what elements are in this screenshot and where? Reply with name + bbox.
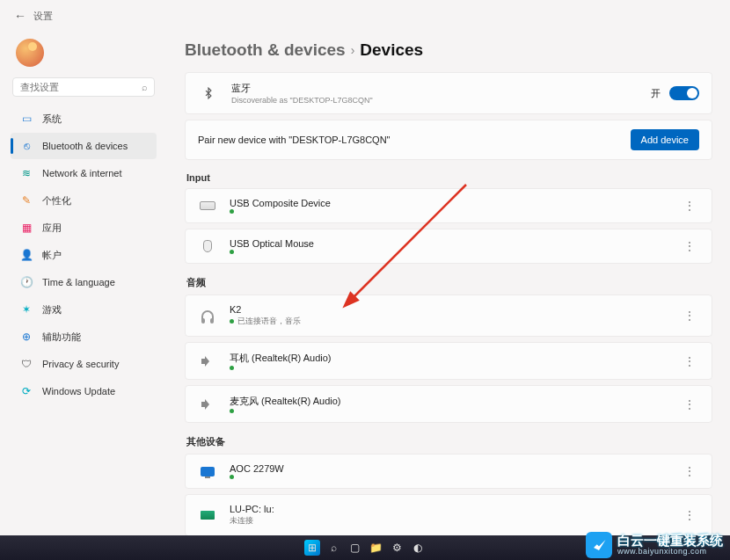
device-card[interactable]: USB Composite Device⋮ bbox=[185, 188, 712, 223]
device-card[interactable]: 麦克风 (Realtek(R) Audio)⋮ bbox=[185, 385, 712, 423]
chevron-right-icon: › bbox=[351, 43, 355, 57]
taskbar-taskview-icon[interactable]: ▢ bbox=[347, 540, 362, 556]
add-device-button[interactable]: Add device bbox=[631, 129, 699, 150]
sidebar: ⌕ ▭系统⎋Bluetooth & devices≋Network & inte… bbox=[0, 32, 167, 560]
device-status: 已连接语音，音乐 bbox=[230, 316, 680, 327]
device-status bbox=[230, 366, 680, 370]
more-options-icon[interactable]: ⋮ bbox=[680, 397, 699, 411]
breadcrumb-current: Devices bbox=[360, 40, 423, 60]
more-options-icon[interactable]: ⋮ bbox=[680, 309, 699, 323]
device-name: USB Composite Device bbox=[230, 198, 680, 208]
section-label: 音频 bbox=[186, 276, 712, 289]
pair-device-card: Pair new device with "DESKTOP-L7G8CQN" A… bbox=[185, 120, 712, 160]
sidebar-item-label: 帐户 bbox=[42, 249, 62, 262]
sidebar-item-windows-update[interactable]: ⟳Windows Update bbox=[11, 378, 157, 404]
sidebar-item--[interactable]: ▦应用 bbox=[11, 215, 157, 241]
watermark-url: www.baiyunxitong.com bbox=[617, 548, 723, 556]
search-icon: ⌕ bbox=[142, 82, 148, 92]
status-dot-icon bbox=[230, 366, 234, 370]
device-card[interactable]: K2已连接语音，音乐⋮ bbox=[185, 295, 712, 337]
keyboard-icon bbox=[198, 199, 217, 213]
section-label: Input bbox=[186, 172, 712, 183]
breadcrumb-parent[interactable]: Bluetooth & devices bbox=[185, 40, 346, 60]
toggle-label: 开 bbox=[651, 87, 661, 100]
speaker-icon bbox=[198, 397, 217, 411]
bluetooth-icon bbox=[198, 83, 219, 104]
pair-text: Pair new device with "DESKTOP-L7G8CQN" bbox=[198, 135, 631, 145]
sidebar-item--[interactable]: ✎个性化 bbox=[11, 187, 157, 214]
sidebar-item-label: 游戏 bbox=[42, 303, 62, 316]
accessibility-icon: ⊕ bbox=[19, 330, 33, 344]
section-label: 其他设备 bbox=[186, 435, 712, 448]
sidebar-item--[interactable]: ⊕辅助功能 bbox=[11, 324, 157, 350]
device-name: AOC 2279W bbox=[230, 463, 680, 474]
more-options-icon[interactable]: ⋮ bbox=[680, 354, 699, 368]
sidebar-item-label: 辅助功能 bbox=[42, 331, 81, 344]
device-card[interactable]: 耳机 (Realtek(R) Audio)⋮ bbox=[185, 342, 712, 380]
device-status bbox=[230, 250, 680, 254]
status-dot-icon bbox=[230, 209, 234, 214]
sidebar-item-label: Time & language bbox=[42, 277, 115, 287]
device-status bbox=[230, 209, 680, 214]
sidebar-item--[interactable]: ✶游戏 bbox=[11, 296, 157, 323]
sidebar-item-label: Windows Update bbox=[42, 386, 115, 396]
bluetooth-title: 蓝牙 bbox=[231, 82, 651, 95]
pc-icon bbox=[198, 508, 217, 522]
status-dot-icon bbox=[230, 475, 234, 479]
device-name: K2 bbox=[230, 304, 680, 315]
update-icon: ⟳ bbox=[19, 384, 33, 398]
wifi-icon: ≋ bbox=[19, 166, 33, 180]
window-header: ← 设置 bbox=[0, 0, 730, 32]
device-name: 耳机 (Realtek(R) Audio) bbox=[230, 352, 680, 365]
app-title: 设置 bbox=[33, 10, 53, 23]
person-icon: 👤 bbox=[19, 248, 33, 262]
sidebar-item-privacy-security[interactable]: 🛡Privacy & security bbox=[11, 351, 157, 377]
taskbar-explorer-icon[interactable]: 📁 bbox=[368, 540, 383, 556]
sidebar-item-label: 应用 bbox=[42, 222, 62, 235]
sidebar-item-label: Privacy & security bbox=[42, 359, 119, 369]
display-icon: ▭ bbox=[19, 112, 33, 126]
more-options-icon[interactable]: ⋮ bbox=[680, 199, 699, 213]
status-dot-icon bbox=[230, 319, 234, 324]
more-options-icon[interactable]: ⋮ bbox=[680, 239, 699, 253]
device-card[interactable]: AOC 2279W⋮ bbox=[185, 454, 712, 489]
taskbar-search-icon[interactable]: ⌕ bbox=[325, 540, 341, 556]
sidebar-item--[interactable]: 👤帐户 bbox=[11, 242, 157, 268]
breadcrumb: Bluetooth & devices › Devices bbox=[185, 40, 712, 60]
sidebar-item-network-internet[interactable]: ≋Network & internet bbox=[11, 160, 157, 186]
start-button[interactable]: ⊞ bbox=[304, 540, 320, 556]
main-content: Bluetooth & devices › Devices 蓝牙 Discove… bbox=[167, 32, 730, 560]
bluetooth-toggle[interactable] bbox=[669, 86, 699, 100]
sidebar-item-bluetooth-devices[interactable]: ⎋Bluetooth & devices bbox=[11, 133, 157, 159]
search-box[interactable]: ⌕ bbox=[12, 77, 155, 97]
bluetooth-icon: ⎋ bbox=[19, 139, 33, 153]
device-name: LU-PC: lu: bbox=[230, 504, 680, 514]
monitor-icon bbox=[198, 464, 217, 478]
status-dot-icon bbox=[230, 250, 234, 254]
shield-icon: 🛡 bbox=[19, 357, 33, 371]
sidebar-item-label: Network & internet bbox=[42, 168, 121, 178]
status-dot-icon bbox=[230, 409, 234, 413]
apps-icon: ▦ bbox=[19, 221, 33, 235]
more-options-icon[interactable]: ⋮ bbox=[680, 464, 699, 478]
taskbar-settings-icon[interactable]: ⚙ bbox=[389, 540, 405, 556]
more-options-icon[interactable]: ⋮ bbox=[680, 508, 699, 522]
device-name: USB Optical Mouse bbox=[230, 238, 680, 249]
mouse-icon bbox=[198, 239, 217, 253]
game-icon: ✶ bbox=[19, 302, 33, 316]
bluetooth-card: 蓝牙 Discoverable as "DESKTOP-L7G8CQN" 开 bbox=[185, 72, 712, 114]
sidebar-item-time-language[interactable]: 🕐Time & language bbox=[11, 269, 157, 295]
search-input[interactable] bbox=[20, 82, 142, 92]
back-button[interactable]: ← bbox=[14, 9, 26, 23]
device-status: 未连接 bbox=[230, 515, 680, 527]
taskbar-app-icon[interactable]: ◐ bbox=[410, 540, 426, 556]
sidebar-item--[interactable]: ▭系统 bbox=[11, 105, 157, 132]
sidebar-item-label: Bluetooth & devices bbox=[42, 141, 128, 151]
bluetooth-subtitle: Discoverable as "DESKTOP-L7G8CQN" bbox=[231, 96, 651, 105]
watermark-logo bbox=[586, 532, 612, 558]
sidebar-item-label: 系统 bbox=[42, 113, 62, 126]
clock-icon: 🕐 bbox=[19, 275, 33, 289]
device-name: 麦克风 (Realtek(R) Audio) bbox=[230, 395, 680, 408]
device-card[interactable]: USB Optical Mouse⋮ bbox=[185, 229, 712, 264]
user-avatar[interactable] bbox=[16, 39, 44, 67]
